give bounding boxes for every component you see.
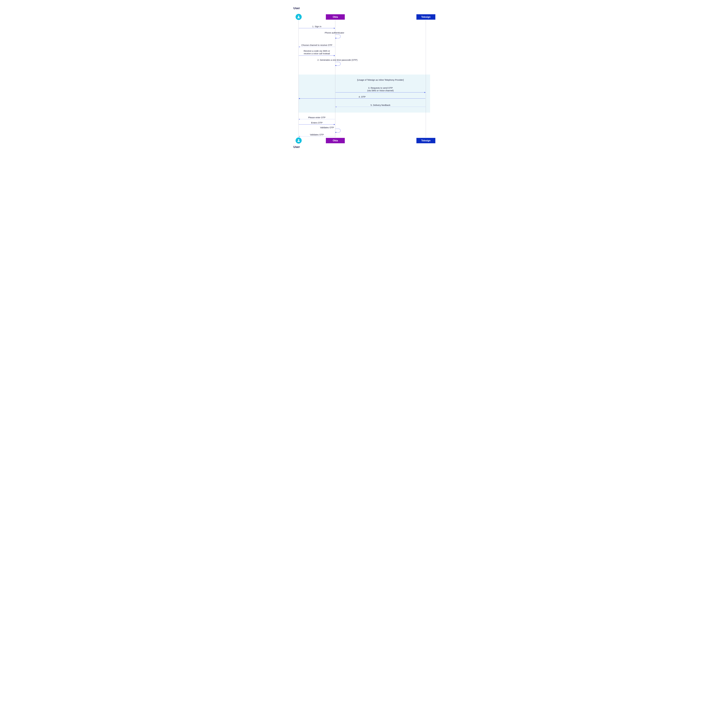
msg-receive-code-label-1: Receive a code via SMS or — [298, 50, 335, 52]
msg-request-otp-label-1: 3. Requests to send OTP — [335, 87, 426, 89]
msg-delivery-feedback-label: 5. Delivery feedback — [335, 104, 426, 106]
msg-enters-otp-label: Enters OTP — [298, 121, 335, 124]
msg-validates-otp-self-label: Validates OTP — [320, 126, 340, 129]
participant-telesign-bottom: Telesign — [416, 138, 435, 143]
arrow-otp — [299, 98, 425, 99]
highlight-group-title: [Usage of Telesign as Inline Telephony P… — [335, 79, 426, 81]
svg-point-0 — [298, 16, 299, 17]
self-loop-generate-otp — [335, 62, 341, 66]
user-avatar-icon-bottom — [295, 138, 302, 144]
msg-receive-code-label-2: receive a voice call instead — [298, 52, 335, 55]
lifeline-user — [298, 20, 299, 138]
svg-point-1 — [298, 139, 299, 141]
msg-choose-channel-label: Choose channel to receive OTP — [298, 44, 335, 46]
arrow-receive-code — [299, 55, 335, 56]
participant-user-label-bottom: User — [294, 145, 300, 149]
msg-request-otp-label-2: (via SMS or Voice channel) — [335, 89, 426, 92]
msg-phone-auth-label: Phone authenticator — [325, 31, 352, 34]
participant-telesign-top: Telesign — [416, 14, 435, 20]
user-avatar-icon — [295, 14, 302, 20]
self-loop-validates-otp — [335, 129, 341, 133]
participant-okta-bottom: Okta — [326, 138, 345, 143]
msg-otp-label: 4. OTP — [298, 95, 426, 98]
msg-generate-otp-label: 2. Generates a one-time passcode (OTP) — [317, 59, 373, 61]
participant-okta-top: Okta — [326, 14, 345, 20]
arrow-delivery-feedback — [335, 107, 425, 107]
msg-please-enter-otp-label: Please enter OTP — [298, 116, 335, 119]
msg-sign-in-label: 1. Sign in — [298, 25, 335, 28]
self-loop-phone-auth — [335, 35, 341, 38]
participant-user-label-top: User — [294, 6, 300, 10]
sequence-diagram: User Okta Telesign 1. Sign in Phone auth… — [288, 0, 440, 150]
msg-validates-otp-return-label: Validates OTP — [298, 133, 335, 136]
